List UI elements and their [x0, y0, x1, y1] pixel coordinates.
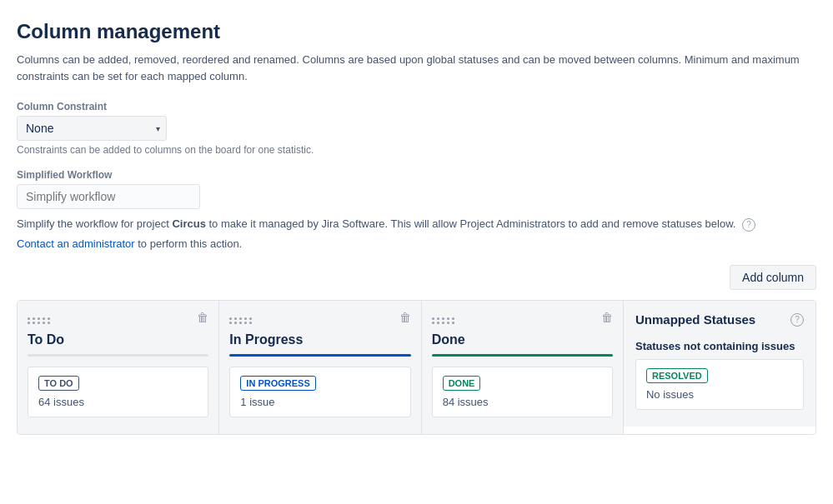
status-card: TO DO 64 issues: [28, 367, 208, 417]
issue-count: 1 issue: [240, 396, 399, 408]
column-to-do-header: 🗑: [28, 311, 208, 324]
add-column-button[interactable]: Add column: [730, 265, 816, 290]
column-underline: [28, 354, 208, 357]
drag-handle-icon[interactable]: [28, 311, 51, 324]
contact-description: Contact an administrator to perform this…: [17, 236, 816, 252]
column-underline: [432, 354, 613, 357]
workflow-description: Simplify the workflow for project Circus…: [17, 216, 816, 232]
statuses-not-containing-label: Statuses not containing issues: [635, 340, 804, 352]
unmapped-title: Unmapped Statuses: [635, 312, 755, 327]
issue-count: 84 issues: [443, 396, 602, 408]
help-icon[interactable]: ?: [790, 313, 804, 327]
column-title: Done: [432, 332, 613, 347]
delete-column-icon[interactable]: 🗑: [601, 311, 613, 324]
column-constraint-label: Column Constraint: [17, 101, 816, 112]
column-in-progress-header: 🗑: [229, 311, 410, 324]
columns-area: 🗑 To Do TO DO 64 issues 🗑 In Progress IN…: [17, 300, 816, 435]
page-title: Column management: [17, 20, 816, 43]
delete-column-icon[interactable]: 🗑: [399, 311, 411, 324]
column-constraint-select[interactable]: None: [17, 116, 167, 141]
help-icon: ?: [742, 218, 755, 232]
column-done-header: 🗑: [432, 311, 613, 324]
constraint-hint: Constraints can be added to columns on t…: [17, 144, 816, 156]
drag-handle-icon[interactable]: [432, 311, 455, 324]
column-to-do: 🗑 To Do TO DO 64 issues: [18, 301, 219, 434]
status-tag: DONE: [443, 376, 481, 391]
status-card: DONE 84 issues: [432, 367, 613, 417]
resolved-issue-count: No issues: [646, 388, 793, 401]
resolved-tag: RESOLVED: [646, 368, 708, 383]
status-card: IN PROGRESS 1 issue: [229, 367, 410, 417]
delete-column-icon[interactable]: 🗑: [197, 311, 208, 324]
unmapped-header: Unmapped Statuses ?: [635, 312, 804, 327]
column-in-progress: 🗑 In Progress IN PROGRESS 1 issue: [219, 301, 421, 434]
unmapped-statuses-panel: Unmapped Statuses ? Statuses not contain…: [624, 301, 815, 427]
column-title: To Do: [28, 332, 208, 347]
contact-administrator-link[interactable]: Contact an administrator: [17, 237, 135, 250]
project-name: Circus: [172, 217, 205, 230]
simplified-workflow-label: Simplified Workflow: [17, 169, 816, 181]
page-description: Columns can be added, removed, reordered…: [17, 52, 816, 84]
column-underline: [229, 354, 410, 357]
add-column-row: Add column: [17, 265, 816, 290]
status-tag: TO DO: [38, 376, 79, 391]
column-constraint-section: Column Constraint None ▾ Constraints can…: [17, 101, 816, 156]
status-tag: IN PROGRESS: [240, 376, 315, 391]
drag-handle-icon[interactable]: [229, 311, 253, 324]
issue-count: 64 issues: [38, 396, 198, 408]
resolved-status-card: RESOLVED No issues: [635, 359, 804, 410]
column-constraint-select-wrapper: None ▾: [17, 116, 167, 141]
simplified-workflow-input[interactable]: [17, 184, 200, 209]
column-done: 🗑 Done DONE 84 issues: [422, 301, 624, 434]
simplified-workflow-section: Simplified Workflow Simplify the workflo…: [17, 169, 816, 252]
column-title: In Progress: [229, 332, 410, 347]
